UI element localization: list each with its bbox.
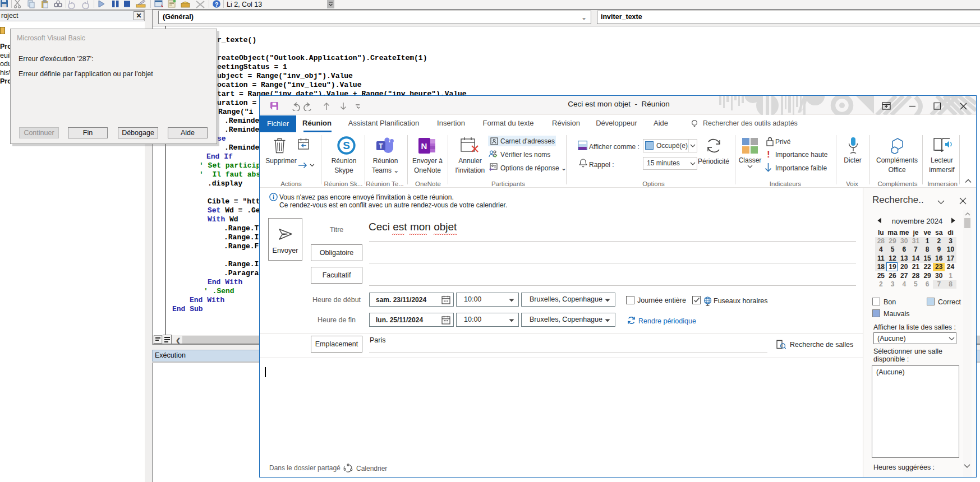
svg-text:?: ? bbox=[215, 1, 219, 8]
